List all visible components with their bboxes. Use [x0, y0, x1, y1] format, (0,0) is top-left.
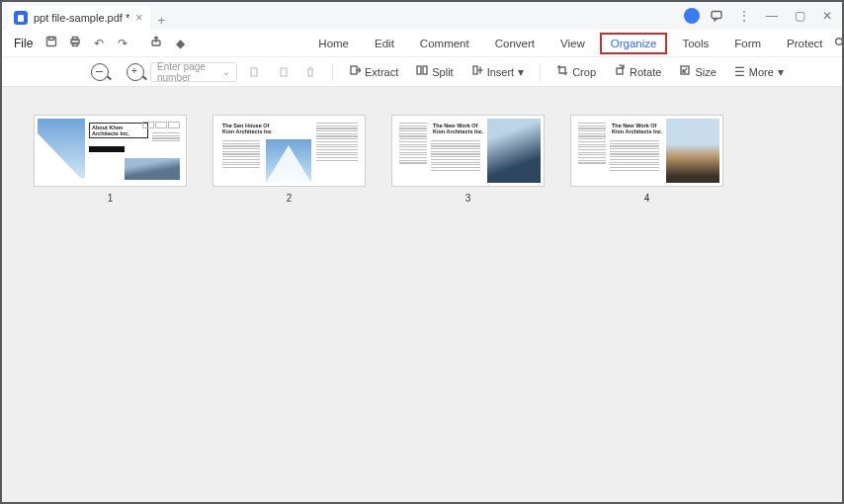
document-tab[interactable]: ppt file-sample.pdf * ×: [8, 6, 150, 30]
page-thumbnail-1[interactable]: About Khon Architects Inc.: [34, 115, 187, 187]
tab-bar: ppt file-sample.pdf * × + ⋮ — ▢ ✕: [2, 2, 842, 30]
size-icon: [679, 64, 691, 79]
extract-button[interactable]: Extract: [343, 61, 404, 82]
svg-point-7: [835, 38, 842, 44]
menu-edit[interactable]: Edit: [364, 33, 405, 54]
crop-icon: [556, 64, 568, 79]
zoom-out-button[interactable]: [91, 63, 109, 81]
page-number-input[interactable]: Enter page number ⌄: [150, 62, 237, 82]
menu-convert[interactable]: Convert: [484, 33, 546, 54]
menu-view[interactable]: View: [549, 33, 596, 54]
zoom-in-button[interactable]: [127, 63, 144, 81]
window-controls: ⋮ — ▢ ✕: [684, 2, 842, 30]
app-window: ppt file-sample.pdf * × + ⋮ — ▢ ✕ File ↶…: [0, 0, 844, 504]
maximize-button[interactable]: ▢: [789, 6, 810, 26]
page-input-placeholder: Enter page number: [157, 61, 222, 83]
svg-rect-13: [473, 66, 477, 74]
new-tab-button[interactable]: +: [150, 13, 172, 30]
svg-rect-0: [712, 12, 721, 19]
chevron-down-icon: ▾: [778, 65, 784, 79]
rotate-right-disabled-icon: [271, 63, 295, 81]
page-thumbnail-2[interactable]: The Sen House Of Kion Architects Inc: [212, 115, 366, 187]
svg-rect-14: [617, 68, 623, 74]
split-button[interactable]: Split: [410, 61, 459, 82]
svg-rect-5: [73, 43, 78, 46]
chevron-down-icon: ⌄: [222, 66, 230, 77]
svg-rect-2: [49, 38, 54, 41]
split-icon: [416, 64, 428, 79]
slide-title: The New Work Of Kion Architects Inc.: [433, 123, 484, 134]
undo-icon[interactable]: ↶: [90, 37, 108, 50]
slide-title: The New Work Of Kion Architects Inc.: [612, 123, 663, 134]
close-window-button[interactable]: ✕: [816, 6, 838, 26]
crop-button[interactable]: Crop: [550, 61, 602, 82]
file-menu[interactable]: File: [8, 37, 39, 50]
size-button[interactable]: Size: [673, 61, 721, 82]
menu-organize[interactable]: Organize: [600, 33, 668, 54]
thumbnails-grid: About Khon Architects Inc. 1 The Sen Hou…: [34, 115, 810, 204]
menu-bar: File ↶ ↷ ◆ Home Edit Comment Convert Vie…: [2, 30, 842, 57]
menu-protect[interactable]: Protect: [776, 33, 833, 54]
insert-button[interactable]: Insert▾: [465, 61, 531, 82]
thumbnail-item: The New Work Of Kion Architects Inc. 3: [391, 115, 545, 204]
svg-rect-10: [351, 66, 357, 74]
more-button[interactable]: ☰More▾: [728, 62, 790, 82]
app-icon: [14, 11, 28, 25]
extract-icon: [349, 64, 361, 79]
kebab-menu-icon[interactable]: ⋮: [733, 6, 755, 26]
organize-toolbar: Enter page number ⌄ Extract Split Insert…: [2, 57, 842, 87]
close-tab-icon[interactable]: ×: [135, 11, 142, 25]
thumbnail-item: The Sen House Of Kion Architects Inc 2: [212, 115, 366, 204]
svg-rect-9: [281, 68, 287, 76]
rotate-left-disabled-icon: [243, 63, 267, 81]
slide-title: About Khon Architects Inc.: [89, 123, 148, 138]
rotate-icon: [614, 64, 626, 79]
svg-rect-4: [73, 38, 78, 41]
main-menus: Home Edit Comment Convert View Organize …: [307, 33, 833, 54]
redo-icon[interactable]: ↷: [114, 37, 131, 50]
user-avatar-icon[interactable]: [684, 8, 700, 24]
share-icon[interactable]: [147, 36, 165, 50]
minimize-button[interactable]: —: [761, 6, 783, 26]
qat-dropdown-icon[interactable]: ◆: [171, 37, 189, 50]
page-number-label: 3: [465, 193, 471, 204]
menu-home[interactable]: Home: [307, 33, 360, 54]
search-tools[interactable]: Search Tools ◔ △: [834, 32, 844, 55]
page-number-label: 2: [287, 193, 293, 204]
page-thumbnails-area: About Khon Architects Inc. 1 The Sen Hou…: [2, 87, 842, 502]
delete-disabled-icon: [298, 63, 322, 81]
page-number-label: 4: [644, 193, 650, 204]
comment-bubble-icon[interactable]: [706, 6, 727, 26]
page-number-label: 1: [108, 193, 114, 204]
save-icon[interactable]: [42, 36, 60, 50]
svg-rect-8: [251, 68, 257, 76]
svg-rect-12: [423, 66, 427, 74]
page-thumbnail-4[interactable]: The New Work Of Kion Architects Inc.: [570, 115, 723, 187]
tab-title: ppt file-sample.pdf *: [34, 12, 129, 24]
rotate-button[interactable]: Rotate: [608, 61, 667, 82]
svg-rect-11: [417, 66, 421, 74]
chevron-down-icon: ▾: [518, 65, 524, 79]
print-icon[interactable]: [66, 36, 84, 50]
menu-comment[interactable]: Comment: [409, 33, 480, 54]
quick-access-toolbar: ↶ ↷ ◆: [42, 36, 189, 50]
insert-icon: [471, 64, 483, 79]
menu-form[interactable]: Form: [723, 33, 772, 54]
more-icon: ☰: [734, 65, 745, 79]
thumbnail-item: The New Work Of Kion Architects Inc. 4: [570, 115, 723, 204]
menu-tools[interactable]: Tools: [671, 33, 719, 54]
search-icon: [834, 37, 844, 50]
thumbnail-item: About Khon Architects Inc. 1: [34, 115, 187, 204]
page-thumbnail-3[interactable]: The New Work Of Kion Architects Inc.: [391, 115, 545, 187]
slide-title: The Sen House Of Kion Architects Inc: [222, 123, 282, 134]
